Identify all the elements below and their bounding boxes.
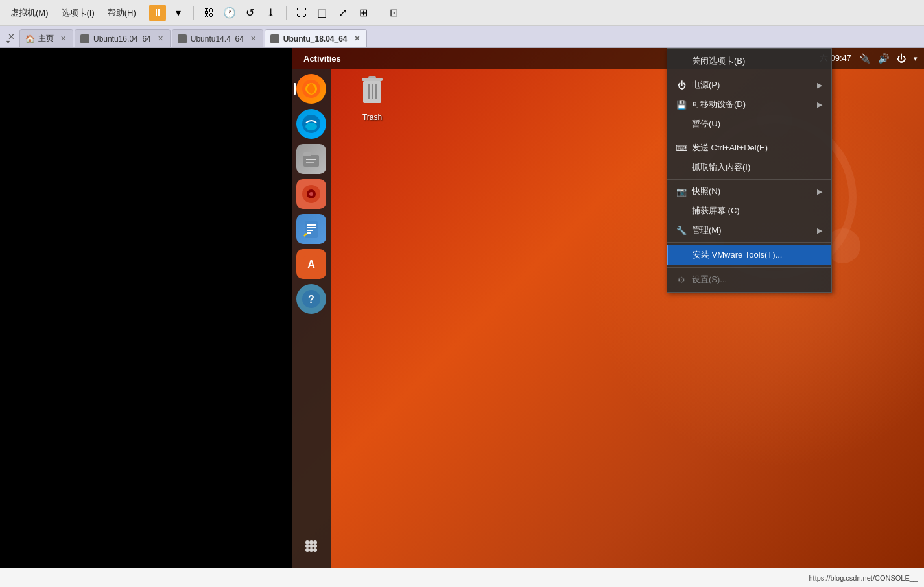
ctx-removable[interactable]: 💾 可移动设备(D) ▶ <box>667 95 831 114</box>
ctx-snapshot[interactable]: 📷 快照(N) ▶ <box>667 182 831 201</box>
ctx-install-label: 安装 VMware Tools(T)... <box>693 249 782 261</box>
ctx-removable-label: 可移动设备(D) <box>692 99 746 110</box>
ctx-sep-1 <box>667 73 831 73</box>
menu-tab[interactable]: 选项卡(I) <box>56 6 100 20</box>
ctx-power-label: 电源(P) <box>692 79 720 91</box>
ubuntu18-tab-icon <box>270 34 279 43</box>
tab-dropdown-button[interactable]: ▾ <box>3 37 13 46</box>
ctx-pause-icon <box>676 119 687 129</box>
tab-ubuntu14-label: Ubuntu14.4_64 <box>191 34 244 43</box>
ctx-capture-label: 捕获屏幕 (C) <box>692 205 740 217</box>
ctx-install-vmwaretools[interactable]: 安装 VMware Tools(T)... <box>667 245 831 265</box>
main-area: Activities 六 09:47 🔌 🔊 ⏻ ▾ <box>0 48 924 587</box>
vm-viewport[interactable]: Activities 六 09:47 🔌 🔊 ⏻ ▾ <box>292 48 924 568</box>
tab-ubuntu18-label: Ubuntu_18.04_64 <box>283 34 348 43</box>
tab-ubuntu14[interactable]: Ubuntu14.4_64 ✕ <box>172 29 263 47</box>
ctx-manage-arrow: ▶ <box>817 226 822 235</box>
vmware-menu-bar: 虚拟机(M) 选项卡(I) 帮助(H) <box>5 6 141 20</box>
toolbar-separator-2 <box>286 6 287 20</box>
ctx-settings[interactable]: ⚙ 设置(S)... <box>667 270 831 289</box>
tab-ubuntu14-close[interactable]: ✕ <box>250 34 256 43</box>
tab-ubuntu18[interactable]: Ubuntu_18.04_64 ✕ <box>265 29 367 47</box>
tab-home[interactable]: 🏠 主页 ✕ <box>19 29 73 47</box>
ctx-snapshot-icon: 📷 <box>676 186 687 197</box>
unity-icon[interactable]: ◫ <box>314 5 331 21</box>
ctx-snapshot-label: 快照(N) <box>692 186 720 197</box>
ctx-removable-icon: 💾 <box>676 99 687 110</box>
status-url: https://blog.csdn.net/CONSOLE__ <box>809 574 918 582</box>
ctx-settings-label: 设置(S)... <box>692 274 727 285</box>
menu-vm[interactable]: 虚拟机(M) <box>5 6 54 20</box>
ctx-install-icon <box>677 250 687 260</box>
ctx-sep-2 <box>667 136 831 136</box>
ctx-snapshot-arrow: ▶ <box>817 187 822 196</box>
restore-icon[interactable]: ↺ <box>242 5 259 21</box>
context-menu-overlay: 关闭选项卡(B) ⏻ 电源(P) ▶ 💾 可移动设备(D) ▶ <box>292 48 924 568</box>
bottom-status-bar: https://blog.csdn.net/CONSOLE__ <box>0 568 924 587</box>
ctx-grab-icon <box>676 162 687 173</box>
tab-home-label: 主页 <box>38 33 54 44</box>
ubuntu14-tab-icon <box>178 34 187 43</box>
toolbar-separator-3 <box>379 6 379 20</box>
ctx-close-tab-label: 关闭选项卡(B) <box>692 55 745 67</box>
toolbar-icons: ⏸ ▾ ⛓ 🕐 ↺ ⤓ ⛶ ◫ ⤢ ⊞ ⊡ <box>149 5 403 21</box>
ctx-send-cad[interactable]: ⌨ 发送 Ctrl+Alt+Del(E) <box>667 138 831 158</box>
ctx-capture-screen[interactable]: 捕获屏幕 (C) <box>667 201 831 221</box>
menu-help[interactable]: 帮助(H) <box>102 6 141 20</box>
ctx-grab-label: 抓取输入内容(I) <box>692 162 750 173</box>
fullscreen-icon[interactable]: ⛶ <box>293 5 310 21</box>
dropdown-arrow-icon[interactable]: ▾ <box>170 5 187 21</box>
save-state-icon[interactable]: ⤓ <box>263 5 279 21</box>
fit-icon[interactable]: ⤢ <box>335 5 351 21</box>
ctx-manage-icon: 🔧 <box>676 225 687 235</box>
tab-ubuntu16[interactable]: Ubuntu16.04_64 ✕ <box>75 29 171 47</box>
ctx-close-icon <box>676 56 687 66</box>
tab-ubuntu18-close[interactable]: ✕ <box>354 34 360 43</box>
ctx-grab-input[interactable]: 抓取输入内容(I) <box>667 158 831 177</box>
ctx-removable-arrow: ▶ <box>817 101 822 109</box>
ctx-send-cad-label: 发送 Ctrl+Alt+Del(E) <box>692 142 768 154</box>
tab-ubuntu16-close[interactable]: ✕ <box>158 34 163 43</box>
ctx-settings-icon: ⚙ <box>676 274 687 285</box>
send-ctrl-alt-icon[interactable]: ⊡ <box>386 5 403 21</box>
connect-icon[interactable]: ⛓ <box>200 5 217 21</box>
ctx-sep-3 <box>667 179 831 180</box>
home-tab-icon: 🏠 <box>25 34 34 43</box>
ctx-close-tab[interactable]: 关闭选项卡(B) <box>667 51 831 71</box>
ctx-power-arrow: ▶ <box>817 81 822 90</box>
left-black-area <box>0 48 292 568</box>
ctx-manage-label: 管理(M) <box>692 224 722 236</box>
tab-bar: ✕ ▾ 🏠 主页 ✕ Ubuntu16.04_64 ✕ Ubuntu14.4_6… <box>0 26 924 48</box>
ctx-sep-4 <box>667 242 831 243</box>
tab-ubuntu16-label: Ubuntu16.04_64 <box>93 34 151 43</box>
ctx-pause[interactable]: 暂停(U) <box>667 114 831 134</box>
ctx-capture-icon <box>676 206 687 216</box>
toolbar-separator-1 <box>193 6 194 20</box>
ctx-pause-label: 暂停(U) <box>692 118 720 130</box>
ctx-keyboard-icon: ⌨ <box>676 143 687 153</box>
pause-icon[interactable]: ⏸ <box>149 5 166 21</box>
ctx-power[interactable]: ⏻ 电源(P) ▶ <box>667 75 831 95</box>
snapshot-icon[interactable]: 🕐 <box>221 5 238 21</box>
ubuntu16-tab-icon <box>80 34 89 43</box>
vmware-context-menu: 关闭选项卡(B) ⏻ 电源(P) ▶ 💾 可移动设备(D) ▶ <box>667 48 832 293</box>
vmware-topbar: 虚拟机(M) 选项卡(I) 帮助(H) ⏸ ▾ ⛓ 🕐 ↺ ⤓ ⛶ ◫ ⤢ ⊞ … <box>0 0 924 26</box>
ctx-sep-5 <box>667 267 831 268</box>
tab-home-close[interactable]: ✕ <box>60 34 66 43</box>
ctx-manage[interactable]: 🔧 管理(M) ▶ <box>667 221 831 240</box>
autofit-icon[interactable]: ⊞ <box>355 5 372 21</box>
ctx-power-icon: ⏻ <box>676 80 687 90</box>
